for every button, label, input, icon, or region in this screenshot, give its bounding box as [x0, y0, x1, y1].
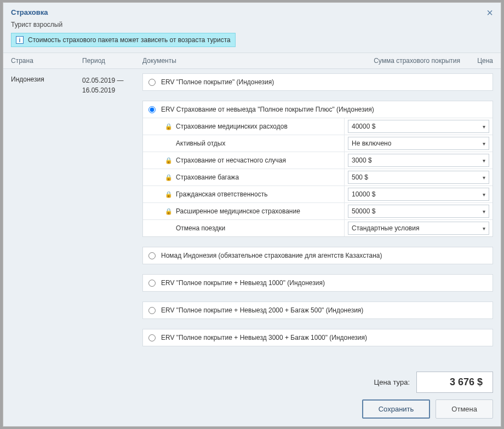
package-option: Номад Индонезия (обязательное страховани… — [142, 247, 493, 264]
save-button[interactable]: Сохранить — [362, 399, 431, 419]
package-label: ERV "Полное покрытие + Невыезд 1000" (Ин… — [161, 279, 325, 287]
coverage-select[interactable]: 50000 $ — [348, 205, 489, 218]
coverage-label-cell: Активный отдых — [143, 135, 345, 152]
period-value: 02.05.2019 — 16.05.2019 — [82, 73, 142, 356]
package-row[interactable]: ERV "Полное покрытие + Невыезд 2000 + Ба… — [143, 302, 492, 318]
coverage-label: Страхование багажа — [176, 173, 239, 181]
coverage-select[interactable]: 3000 $ — [348, 154, 489, 167]
coverage-options: 🔒 Страхование медицинских расходов 40000… — [143, 118, 492, 236]
col-price: Цена — [460, 57, 493, 65]
coverage-label: Страхование медицинских расходов — [176, 123, 288, 130]
package-row[interactable]: ERV Страхование от невыезда "Полное покр… — [143, 101, 492, 118]
col-documents: Документы — [142, 57, 351, 65]
coverage-label: Активный отдых — [176, 140, 225, 147]
coverage-label-cell: 🔒 Страхование багажа — [143, 169, 345, 185]
coverage-row: Отмена поездки Стандартные условия — [143, 220, 492, 236]
packages-area: ERV "Полное покрытие" (Индонезия) ERV Ст… — [142, 73, 493, 356]
lock-icon: 🔒 — [165, 123, 171, 130]
package-radio[interactable] — [148, 334, 156, 341]
col-period: Период — [82, 57, 142, 65]
content-body: Индонезия 02.05.2019 — 16.05.2019 ERV "П… — [3, 69, 501, 356]
coverage-value-cell: 3000 $ — [345, 152, 492, 169]
package-radio[interactable] — [148, 79, 156, 86]
package-option: ERV "Полное покрытие" (Индонезия) — [142, 73, 493, 91]
package-row[interactable]: ERV "Полное покрытие" (Индонезия) — [143, 74, 492, 90]
package-option: ERV "Полное покрытие + Невыезд 3000 + Ба… — [142, 329, 493, 346]
tourist-subtitle: Турист взрослый — [3, 21, 501, 33]
package-label: ERV "Полное покрытие + Невыезд 2000 + Ба… — [161, 306, 363, 314]
period-to: 16.05.2019 — [82, 86, 115, 94]
package-label: ERV Страхование от невыезда "Полное покр… — [161, 106, 374, 113]
package-label: ERV "Полное покрытие" (Индонезия) — [161, 78, 274, 86]
price-value: 3 676 $ — [416, 372, 493, 393]
coverage-value-cell: 500 $ — [345, 169, 492, 185]
country-value: Индонезия — [11, 73, 82, 356]
package-radio[interactable] — [148, 280, 156, 287]
package-radio[interactable] — [148, 106, 156, 113]
package-row[interactable]: ERV "Полное покрытие + Невыезд 3000 + Ба… — [143, 329, 492, 346]
lock-icon: 🔒 — [165, 157, 171, 164]
modal-title: Страховка — [11, 8, 493, 16]
coverage-value-cell: 50000 $ — [345, 203, 492, 219]
insurance-modal: Страховка × Турист взрослый i Стоимость … — [3, 2, 501, 427]
coverage-value-cell: Не включено — [345, 135, 492, 152]
coverage-label-cell: 🔒 Страхование медицинских расходов — [143, 118, 345, 135]
package-label: ERV "Полное покрытие + Невыезд 3000 + Ба… — [161, 334, 367, 341]
lock-icon: 🔒 — [165, 191, 171, 198]
tour-price-row: Цена тура: 3 676 $ — [374, 372, 493, 393]
coverage-row: 🔒 Расширенное медицинское страхование 50… — [143, 203, 492, 220]
coverage-select[interactable]: 10000 $ — [348, 188, 489, 201]
modal-header: Страховка × — [3, 3, 501, 21]
lock-icon: 🔒 — [165, 208, 171, 215]
package-label: Номад Индонезия (обязательное страховани… — [161, 252, 382, 259]
info-icon: i — [16, 36, 24, 44]
coverage-label: Отмена поездки — [176, 224, 225, 232]
coverage-row: 🔒 Страхование от несчастного случая 3000… — [143, 152, 492, 169]
coverage-select[interactable]: 40000 $ — [348, 120, 489, 133]
close-icon[interactable]: × — [486, 7, 493, 18]
cancel-button[interactable]: Отмена — [436, 399, 493, 419]
package-row[interactable]: Номад Индонезия (обязательное страховани… — [143, 247, 492, 264]
price-label: Цена тура: — [374, 378, 410, 386]
coverage-select[interactable]: Стандартные условия — [348, 222, 489, 235]
coverage-label-cell: 🔒 Гражданская ответственность — [143, 186, 345, 202]
col-country: Страна — [11, 57, 82, 65]
info-banner: i Стоимость страхового пакета может зави… — [11, 33, 236, 47]
info-text: Стоимость страхового пакета может зависе… — [28, 36, 231, 44]
lock-icon: 🔒 — [165, 174, 171, 181]
coverage-row: Активный отдых Не включено — [143, 135, 492, 152]
package-option-selected: ERV Страхование от невыезда "Полное покр… — [142, 101, 493, 237]
coverage-value-cell: 40000 $ — [345, 118, 492, 135]
package-radio[interactable] — [148, 307, 156, 314]
period-from: 02.05.2019 — — [82, 77, 123, 84]
coverage-value-cell: 10000 $ — [345, 186, 492, 202]
modal-footer: Цена тура: 3 676 $ Сохранить Отмена — [3, 364, 501, 426]
coverage-label-cell: Отмена поездки — [143, 220, 345, 236]
coverage-value-cell: Стандартные условия — [345, 220, 492, 236]
coverage-select[interactable]: Не включено — [348, 137, 489, 150]
coverage-label: Расширенное медицинское страхование — [176, 207, 300, 215]
button-row: Сохранить Отмена — [362, 399, 493, 419]
col-coverage: Сумма страхового покрытия — [351, 57, 460, 65]
coverage-label-cell: 🔒 Страхование от несчастного случая — [143, 152, 345, 169]
coverage-select[interactable]: 500 $ — [348, 171, 489, 184]
coverage-label-cell: 🔒 Расширенное медицинское страхование — [143, 203, 345, 219]
coverage-row: 🔒 Страхование медицинских расходов 40000… — [143, 118, 492, 135]
package-option: ERV "Полное покрытие + Невыезд 2000 + Ба… — [142, 302, 493, 319]
columns-header: Страна Период Документы Сумма страхового… — [3, 53, 501, 69]
coverage-label: Гражданская ответственность — [176, 190, 267, 198]
package-radio[interactable] — [148, 252, 156, 259]
coverage-label: Страхование от несчастного случая — [176, 156, 286, 164]
package-option: ERV "Полное покрытие + Невыезд 1000" (Ин… — [142, 274, 493, 292]
package-row[interactable]: ERV "Полное покрытие + Невыезд 1000" (Ин… — [143, 275, 492, 291]
coverage-row: 🔒 Страхование багажа 500 $ — [143, 169, 492, 186]
coverage-row: 🔒 Гражданская ответственность 10000 $ — [143, 186, 492, 203]
